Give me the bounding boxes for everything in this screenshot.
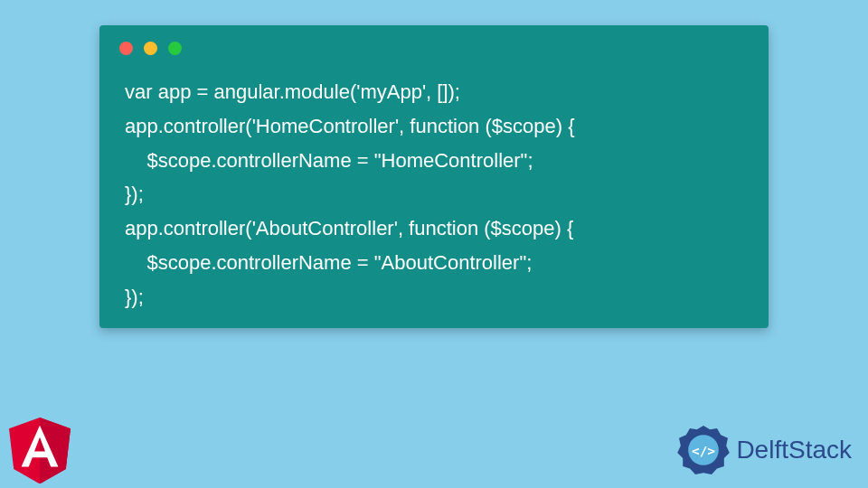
code-line: $scope.controllerName = "AboutController… <box>125 251 532 274</box>
close-icon <box>119 42 133 55</box>
code-line: app.controller('HomeController', functio… <box>125 115 575 137</box>
code-line: }); <box>125 183 144 205</box>
window-controls <box>119 42 182 55</box>
code-line: var app = angular.module('myApp', []); <box>125 80 460 103</box>
code-line: }); <box>125 286 144 308</box>
delftstack-text: DelftStack <box>736 436 852 465</box>
angular-logo-icon <box>9 418 71 481</box>
code-window: var app = angular.module('myApp', []); a… <box>99 25 769 328</box>
code-content: var app = angular.module('myApp', []); a… <box>125 75 743 314</box>
delftstack-gear-icon: </> <box>676 423 731 477</box>
code-line: app.controller('AboutController', functi… <box>125 217 573 239</box>
angular-shield-icon <box>9 418 71 483</box>
code-line: $scope.controllerName = "HomeController"… <box>125 149 533 172</box>
svg-marker-1 <box>40 418 71 483</box>
maximize-icon <box>168 42 182 55</box>
minimize-icon <box>144 42 157 55</box>
svg-text:</>: </> <box>692 444 715 458</box>
delftstack-logo: </> DelftStack <box>676 423 852 477</box>
